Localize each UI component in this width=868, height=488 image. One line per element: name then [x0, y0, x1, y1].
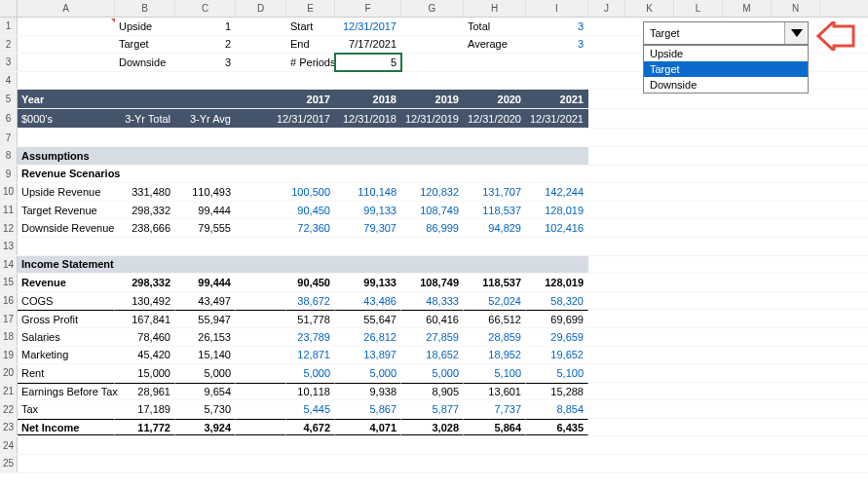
- cell[interactable]: [772, 147, 820, 165]
- cell[interactable]: [464, 256, 526, 274]
- cell[interactable]: 45,420: [115, 347, 175, 364]
- cell[interactable]: 7,737: [464, 400, 526, 418]
- cell[interactable]: 94,829: [464, 219, 526, 237]
- cell[interactable]: [625, 310, 674, 327]
- cell[interactable]: [464, 147, 526, 165]
- income-row-label[interactable]: Salaries: [18, 328, 115, 346]
- cell[interactable]: [526, 455, 588, 472]
- cell[interactable]: [625, 455, 674, 472]
- row-header[interactable]: 1: [0, 18, 18, 35]
- cell[interactable]: [236, 383, 286, 400]
- row-header[interactable]: 16: [0, 292, 18, 310]
- dropdown-option-downside[interactable]: Downside: [644, 77, 808, 93]
- cell[interactable]: 9,938: [335, 383, 401, 400]
- cell[interactable]: [526, 238, 588, 255]
- cell[interactable]: [286, 147, 335, 165]
- cell[interactable]: 12/31/2020: [464, 109, 526, 128]
- cell[interactable]: [236, 419, 286, 436]
- cell[interactable]: [625, 183, 674, 201]
- cell[interactable]: 79,555: [175, 219, 236, 237]
- income-row-label[interactable]: Earnings Before Tax: [18, 383, 115, 400]
- cell[interactable]: 130,492: [115, 292, 175, 310]
- income-row-label[interactable]: Net Income: [18, 419, 115, 436]
- cell[interactable]: [236, 129, 286, 146]
- cell[interactable]: [236, 292, 286, 310]
- cell[interactable]: 2021: [526, 90, 588, 108]
- cell[interactable]: [625, 364, 674, 382]
- cell[interactable]: [674, 129, 723, 146]
- cell[interactable]: 5,730: [175, 400, 236, 418]
- row-header[interactable]: 18: [0, 328, 18, 346]
- cell[interactable]: [772, 328, 820, 346]
- cell[interactable]: 2017: [286, 90, 335, 108]
- col-header[interactable]: C: [175, 0, 236, 17]
- cell[interactable]: 100,500: [286, 183, 335, 201]
- scenario-dropdown-list[interactable]: Upside Target Downside: [643, 45, 809, 94]
- cell[interactable]: [625, 292, 674, 310]
- cell[interactable]: 5,867: [335, 400, 401, 418]
- cell[interactable]: [674, 310, 723, 327]
- cell[interactable]: [401, 436, 464, 454]
- cell[interactable]: [286, 238, 335, 255]
- cell[interactable]: 118,537: [464, 202, 526, 219]
- cell[interactable]: [335, 436, 401, 454]
- cell[interactable]: [526, 129, 588, 146]
- cell[interactable]: 3,028: [401, 419, 464, 436]
- cell[interactable]: [723, 455, 772, 472]
- cell[interactable]: [175, 147, 236, 165]
- cell[interactable]: [18, 54, 115, 71]
- units-label[interactable]: $000's: [18, 109, 115, 128]
- row-header[interactable]: 24: [0, 436, 18, 454]
- section-rev-scenarios[interactable]: Revenue Scenarios: [18, 166, 115, 183]
- scenario-row-label[interactable]: Target Revenue: [18, 202, 115, 219]
- cell[interactable]: [772, 129, 820, 146]
- cell[interactable]: [18, 436, 115, 454]
- cell[interactable]: [723, 292, 772, 310]
- cell[interactable]: [772, 183, 820, 201]
- cell[interactable]: [588, 72, 625, 90]
- cell[interactable]: 66,512: [464, 310, 526, 327]
- cell[interactable]: 5,000: [286, 364, 335, 382]
- cell[interactable]: [674, 147, 723, 165]
- cell[interactable]: [674, 328, 723, 346]
- cell[interactable]: [401, 455, 464, 472]
- cell[interactable]: [588, 54, 625, 71]
- cell[interactable]: [175, 72, 236, 90]
- cell[interactable]: [625, 166, 674, 183]
- end-date[interactable]: 7/17/2021: [335, 36, 401, 54]
- cell[interactable]: [286, 436, 335, 454]
- cell[interactable]: 2018: [335, 90, 401, 108]
- income-row-label[interactable]: Rent: [18, 364, 115, 382]
- cell[interactable]: [588, 202, 625, 219]
- cell[interactable]: [464, 72, 526, 90]
- cell[interactable]: [625, 400, 674, 418]
- cell[interactable]: [115, 238, 175, 255]
- cell[interactable]: [588, 328, 625, 346]
- cell[interactable]: 5,445: [286, 400, 335, 418]
- cell[interactable]: [335, 72, 401, 90]
- cell[interactable]: [526, 166, 588, 183]
- cell[interactable]: [236, 238, 286, 255]
- cell[interactable]: [175, 238, 236, 255]
- cell[interactable]: 4,071: [335, 419, 401, 436]
- cell[interactable]: [236, 36, 286, 54]
- cell[interactable]: [674, 238, 723, 255]
- cell[interactable]: 90,450: [286, 202, 335, 219]
- cell[interactable]: [674, 347, 723, 364]
- cell[interactable]: [625, 256, 674, 274]
- cell[interactable]: [588, 147, 625, 165]
- cell[interactable]: 12/31/2019: [401, 109, 464, 128]
- cell[interactable]: 10,118: [286, 383, 335, 400]
- cell[interactable]: [723, 129, 772, 146]
- col-header[interactable]: M: [723, 0, 772, 17]
- cell[interactable]: 238,666: [115, 219, 175, 237]
- cell[interactable]: [464, 166, 526, 183]
- col-header[interactable]: J: [588, 0, 625, 17]
- row-header[interactable]: 17: [0, 310, 18, 327]
- cell[interactable]: [723, 256, 772, 274]
- cell[interactable]: [236, 274, 286, 291]
- total-label[interactable]: Total: [464, 18, 526, 35]
- cell[interactable]: [115, 166, 175, 183]
- cell[interactable]: [401, 54, 464, 71]
- cell[interactable]: [18, 36, 115, 54]
